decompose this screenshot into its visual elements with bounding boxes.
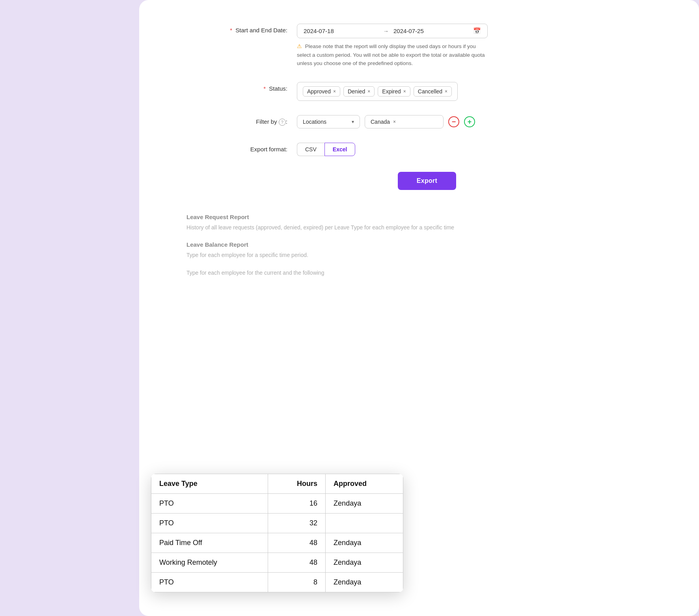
calendar-icon[interactable]: 📅 bbox=[473, 27, 481, 35]
export-format-row: Export format: CSV Excel bbox=[186, 143, 667, 156]
table-row: PTO32 bbox=[151, 514, 403, 533]
tag-approved: Approved × bbox=[303, 86, 340, 97]
date-arrow-icon: → bbox=[383, 28, 389, 34]
format-excel-button[interactable]: Excel bbox=[324, 143, 356, 156]
table-cell: 8 bbox=[268, 573, 325, 592]
table-cell: Working Remotely bbox=[151, 553, 268, 573]
leave-request-report-desc: History of all leave requests (approved,… bbox=[186, 223, 541, 232]
tag-cancelled: Cancelled × bbox=[414, 86, 452, 97]
table-cell: Paid Time Off bbox=[151, 533, 268, 553]
table-cell: Zendaya bbox=[326, 494, 403, 514]
col-header-approved: Approved bbox=[326, 474, 403, 494]
filter-type-dropdown[interactable]: Locations ▾ bbox=[297, 115, 360, 128]
filter-controls: Locations ▾ Canada × − + bbox=[297, 115, 475, 128]
tag-denied: Denied × bbox=[343, 86, 375, 97]
add-filter-button[interactable]: + bbox=[464, 116, 475, 127]
tag-expired: Expired × bbox=[378, 86, 410, 97]
table-cell: Zendaya bbox=[326, 553, 403, 573]
leave-data-table: Leave Type Hours Approved PTO16ZendayaPT… bbox=[151, 474, 403, 592]
table-cell: 16 bbox=[268, 494, 325, 514]
end-date-input[interactable] bbox=[393, 28, 468, 34]
status-label: * Status: bbox=[186, 82, 297, 92]
tag-cancelled-close[interactable]: × bbox=[445, 89, 447, 94]
table-cell: PTO bbox=[151, 494, 268, 514]
leave-request-report-title: Leave Request Report bbox=[186, 214, 667, 220]
status-row: * Status: Approved × Denied × Expired × … bbox=[186, 82, 667, 101]
status-tags-container: Approved × Denied × Expired × Cancelled … bbox=[297, 82, 458, 101]
filter-label: Filter by ?: bbox=[186, 115, 297, 126]
tag-expired-close[interactable]: × bbox=[403, 89, 406, 94]
leave-balance-report-desc: Type for each employee for a specific ti… bbox=[186, 251, 541, 259]
table-cell: 48 bbox=[268, 533, 325, 553]
required-marker: * bbox=[230, 27, 232, 33]
table-cell: Zendaya bbox=[326, 533, 403, 553]
table-cell: Zendaya bbox=[326, 573, 403, 592]
export-button[interactable]: Export bbox=[398, 172, 456, 190]
table-row: PTO8Zendaya bbox=[151, 573, 403, 592]
filter-value-close[interactable]: × bbox=[393, 119, 396, 125]
format-options: CSV Excel bbox=[297, 143, 355, 156]
table-cell: PTO bbox=[151, 573, 268, 592]
export-btn-row: Export bbox=[186, 172, 667, 190]
table-cell: PTO bbox=[151, 514, 268, 533]
col-header-leave-type: Leave Type bbox=[151, 474, 268, 494]
help-icon[interactable]: ? bbox=[279, 119, 286, 126]
start-date-input[interactable] bbox=[304, 28, 378, 34]
floating-table: Leave Type Hours Approved PTO16ZendayaPT… bbox=[151, 474, 403, 592]
date-note: ⚠ Please note that the report will only … bbox=[297, 42, 486, 68]
table-row: Paid Time Off48Zendaya bbox=[151, 533, 403, 553]
warning-icon: ⚠ bbox=[297, 43, 302, 49]
chevron-down-icon: ▾ bbox=[352, 119, 354, 125]
table-cell bbox=[326, 514, 403, 533]
date-range-input[interactable]: → 📅 bbox=[297, 24, 488, 38]
leave-request-report-section: Leave Request Report History of all leav… bbox=[186, 214, 667, 232]
col-header-hours: Hours bbox=[268, 474, 325, 494]
leave-balance-report-title: Leave Balance Report bbox=[186, 241, 667, 248]
format-csv-button[interactable]: CSV bbox=[297, 143, 324, 156]
table-row: Working Remotely48Zendaya bbox=[151, 553, 403, 573]
export-format-label: Export format: bbox=[186, 143, 297, 153]
required-marker-status: * bbox=[263, 85, 266, 92]
remove-filter-button[interactable]: − bbox=[448, 116, 459, 127]
date-row: * Start and End Date: → 📅 ⚠ Please note … bbox=[186, 24, 667, 68]
table-cell: 48 bbox=[268, 553, 325, 573]
leave-balance-report-desc2: Type for each employee for the current a… bbox=[186, 269, 541, 277]
tag-approved-close[interactable]: × bbox=[333, 89, 336, 94]
filter-row: Filter by ?: Locations ▾ Canada × − + bbox=[186, 115, 667, 128]
table-row: PTO16Zendaya bbox=[151, 494, 403, 514]
table-cell: 32 bbox=[268, 514, 325, 533]
filter-value-box: Canada × bbox=[365, 115, 444, 128]
tag-denied-close[interactable]: × bbox=[367, 89, 370, 94]
date-label: * Start and End Date: bbox=[186, 24, 297, 33]
leave-balance-report-section: Leave Balance Report Type for each emplo… bbox=[186, 241, 667, 277]
